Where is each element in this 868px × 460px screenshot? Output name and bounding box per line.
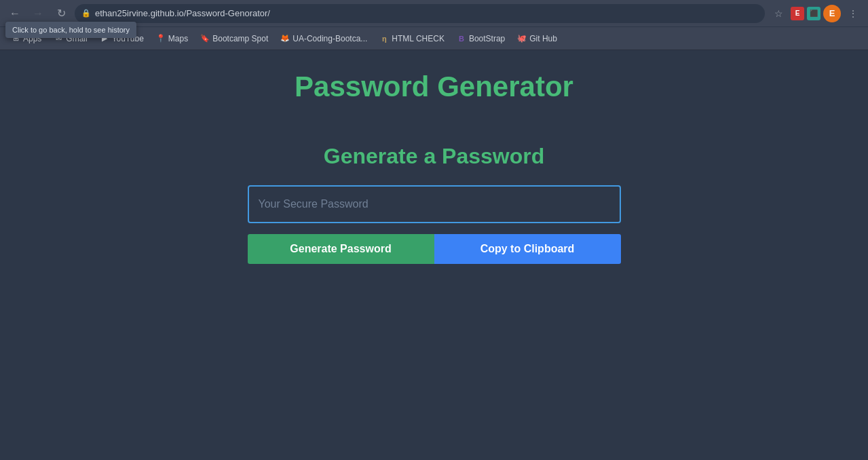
bookmark-bootstrap[interactable]: B BootStrap <box>451 32 510 45</box>
page-content: Password Generator Generate a Password G… <box>0 50 868 460</box>
bootstrap-icon: B <box>457 34 466 43</box>
bookmark-bootcamp-spot-label: Bootcamp Spot <box>212 34 268 43</box>
extension-red-icon[interactable]: E <box>791 7 804 20</box>
menu-button[interactable]: ⋮ <box>844 4 863 23</box>
forward-button[interactable]: → <box>29 4 48 23</box>
copy-to-clipboard-button[interactable]: Copy to Clipboard <box>434 234 621 264</box>
bookmark-html-check[interactable]: η HTML CHECK <box>374 32 450 45</box>
extension-teal-icon[interactable]: ⬛ <box>807 7 820 20</box>
page-title: Password Generator <box>295 71 573 103</box>
bookmark-ua-coding-label: UA-Coding-Bootca... <box>293 34 367 43</box>
buttons-row: Generate Password Copy to Clipboard <box>248 234 621 264</box>
bookmark-maps-label: Maps <box>168 34 188 43</box>
lock-icon: 🔒 <box>81 9 91 18</box>
bookmark-html-check-label: HTML CHECK <box>392 34 445 43</box>
browser-frame: Click to go back, hold to see history ← … <box>0 0 868 460</box>
back-button[interactable]: ← <box>5 4 24 23</box>
profile-button[interactable]: E <box>823 5 841 22</box>
bootcamp-spot-icon: 🔖 <box>200 34 210 43</box>
maps-icon: 📍 <box>156 34 166 43</box>
section-title: Generate a Password <box>324 144 544 169</box>
nav-right-icons: ☆ E ⬛ E ⋮ <box>769 4 863 23</box>
password-input[interactable] <box>248 185 621 223</box>
github-icon: 🐙 <box>517 34 527 43</box>
address-bar[interactable]: 🔒 ethan25irvine.github.io/Password-Genor… <box>75 4 765 23</box>
bookmark-bootstrap-label: BootStrap <box>469 34 505 43</box>
bookmark-ua-coding[interactable]: 🦊 UA-Coding-Bootca... <box>275 32 373 45</box>
bookmark-bootcamp-spot[interactable]: 🔖 Bootcamp Spot <box>195 32 273 45</box>
generate-password-button[interactable]: Generate Password <box>248 234 434 264</box>
bookmark-maps[interactable]: 📍 Maps <box>151 32 193 45</box>
reload-button[interactable]: ↻ <box>52 4 71 23</box>
url-text: ethan25irvine.github.io/Password-Genorat… <box>95 8 270 18</box>
html-check-icon: η <box>379 34 389 43</box>
bookmark-star-button[interactable]: ☆ <box>769 4 788 23</box>
bookmark-github[interactable]: 🐙 Git Hub <box>512 32 563 45</box>
ua-coding-icon: 🦊 <box>280 34 290 43</box>
back-tooltip: Click to go back, hold to see history <box>5 22 136 38</box>
bookmark-github-label: Git Hub <box>529 34 557 43</box>
navigation-bar: Click to go back, hold to see history ← … <box>0 0 868 27</box>
